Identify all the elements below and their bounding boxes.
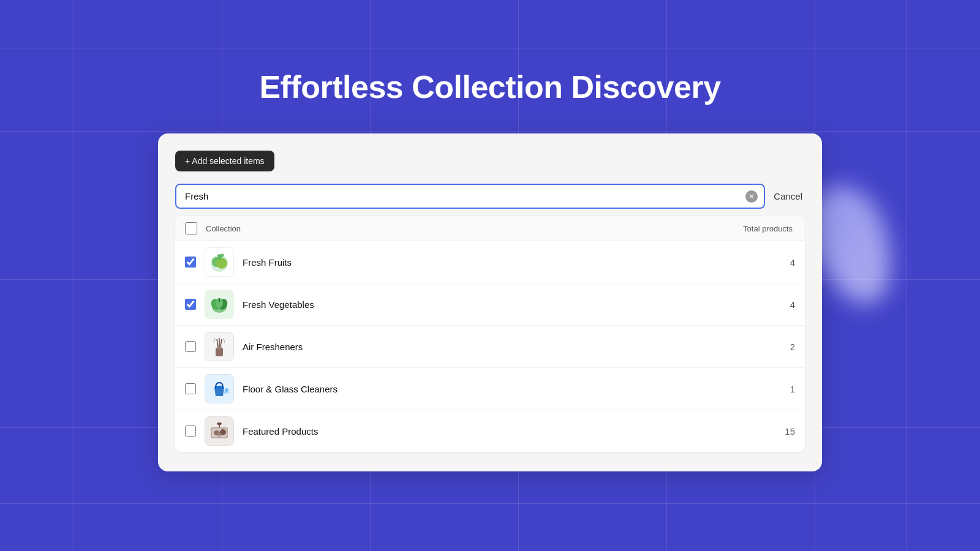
- collection-count-featured-products: 15: [777, 426, 795, 437]
- collection-count-air-fresheners: 2: [777, 342, 795, 352]
- modal-card: + Add selected items ✕ Cancel Collection…: [158, 133, 822, 471]
- row-checkbox-fresh-fruits[interactable]: [185, 257, 196, 268]
- table-row: Floor & Glass Cleaners 1: [175, 368, 805, 410]
- collection-thumbnail-featured-products: [205, 416, 234, 446]
- row-checkbox-featured-products[interactable]: [185, 425, 196, 437]
- collection-name-featured-products: Featured Products: [243, 426, 777, 437]
- search-clear-button[interactable]: ✕: [745, 190, 758, 203]
- svg-point-25: [217, 422, 222, 425]
- table-row: Fresh Fruits 4: [175, 241, 805, 283]
- collection-name-fresh-vegetables: Fresh Vegetables: [243, 299, 777, 310]
- svg-rect-11: [217, 347, 222, 349]
- collection-thumbnail-floor-glass-cleaners: [205, 374, 234, 403]
- add-selected-button[interactable]: + Add selected items: [175, 151, 274, 171]
- row-checkbox-floor-glass-cleaners[interactable]: [185, 383, 196, 394]
- cancel-button[interactable]: Cancel: [771, 191, 805, 201]
- collection-count-floor-glass-cleaners: 1: [777, 384, 795, 394]
- row-checkbox-air-fresheners[interactable]: [185, 341, 196, 352]
- table-header: Collection Total products: [175, 216, 805, 241]
- collection-count-fresh-fruits: 4: [777, 257, 795, 268]
- svg-point-17: [224, 391, 227, 394]
- svg-point-18: [227, 391, 229, 394]
- collection-count-fresh-vegetables: 4: [777, 299, 795, 310]
- collection-column-header: Collection: [206, 224, 743, 233]
- row-checkbox-fresh-vegetables[interactable]: [185, 299, 196, 310]
- svg-rect-10: [216, 348, 223, 356]
- search-input[interactable]: [175, 184, 765, 209]
- select-all-checkbox[interactable]: [185, 222, 197, 234]
- collection-name-fresh-fruits: Fresh Fruits: [243, 257, 777, 268]
- collection-thumbnail-air-fresheners: [205, 332, 234, 361]
- search-input-wrap: ✕: [175, 184, 765, 209]
- svg-line-12: [217, 339, 218, 347]
- collection-thumbnail-fresh-vegetables: [205, 290, 234, 319]
- table-row: Featured Products 15: [175, 410, 805, 452]
- svg-point-2: [216, 258, 227, 269]
- svg-line-14: [221, 339, 222, 347]
- collection-name-floor-glass-cleaners: Floor & Glass Cleaners: [243, 384, 777, 394]
- table-row: Air Fresheners 2: [175, 326, 805, 368]
- collection-thumbnail-fresh-fruits: [205, 247, 234, 277]
- collection-name-air-fresheners: Air Fresheners: [243, 342, 777, 352]
- search-container: ✕ Cancel: [175, 184, 805, 209]
- total-products-column-header: Total products: [743, 224, 793, 233]
- svg-point-23: [217, 433, 221, 437]
- page-title: Effortless Collection Discovery: [0, 69, 980, 105]
- table-row: Fresh Vegetables 4: [175, 283, 805, 326]
- collection-table: Collection Total products Fresh Fruits 4: [175, 216, 805, 452]
